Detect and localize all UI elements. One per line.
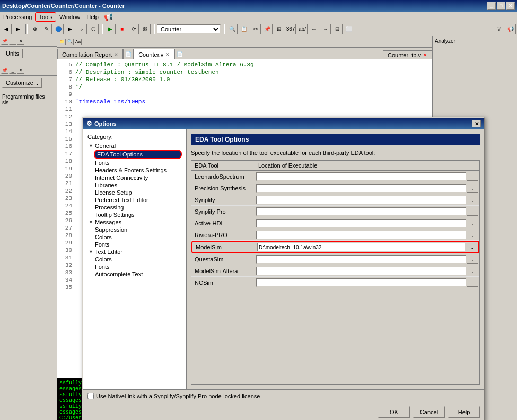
forward-button[interactable]: ▶ [13,24,23,34]
tree-colors-msg[interactable]: Colors [94,233,182,241]
browse-activehdl[interactable]: ... [467,219,478,228]
minimize-button[interactable]: _ [487,2,496,10]
loc-input-ncsim[interactable] [256,278,466,287]
browse-precision[interactable]: ... [467,184,478,192]
editor-tb-btn-3[interactable]: Aa [74,39,82,45]
loc-input-riviera[interactable] [256,231,466,239]
toolbar-run-btn[interactable]: ▶ [105,24,116,34]
toolbar-icon-21[interactable]: 📢 [505,24,516,34]
loc-precision: ... [255,183,479,194]
browse-modelsim-altera[interactable]: ... [467,267,478,275]
toolbar-icon-8[interactable]: ⛓ [140,24,151,34]
close-button[interactable]: ✕ [506,2,515,10]
tab-compilation-report[interactable]: Compilation Report ✕ [57,49,123,59]
loc-input-modelsim[interactable] [257,243,465,251]
tree-messages[interactable]: ▼ Messages [87,218,182,226]
toolbar-icon-10[interactable]: 📋 [239,24,249,34]
loc-input-modelsim-altera[interactable] [256,267,466,275]
tab-compilation-close[interactable]: ✕ [114,52,118,57]
toolbar-icon-18[interactable]: ⊟ [332,24,343,34]
tree-fonts[interactable]: Fonts [94,159,182,167]
loc-input-activehdl[interactable] [256,219,466,228]
toolbar-icon-16[interactable]: ← [309,24,319,34]
tree-preferred-text-editor[interactable]: Preferred Text Editor [94,196,182,204]
toolbar-icon-17[interactable]: → [320,24,331,34]
eda-row-riviera: Riviera-PRO ... [191,229,479,241]
menu-window[interactable]: Window [56,13,83,21]
menu-tools[interactable]: Tools [35,12,56,22]
toolbar-icon-15[interactable]: ab/ [297,24,308,34]
maximize-button[interactable]: □ [497,2,505,10]
toolbar-icon-4[interactable]: ▶ [65,24,75,34]
toolbar-icon-9[interactable]: 🔍 [227,24,238,34]
toolbar-icon-3[interactable]: 🔵 [53,24,64,34]
help-button[interactable]: Help [448,406,480,418]
tree-processing[interactable]: Processing [94,204,182,211]
units-button[interactable]: Units [2,49,23,58]
tab-counter-v[interactable]: Counter.v ✕ [134,49,174,59]
tab-icon-1[interactable]: 📄 [123,49,134,59]
tree-autocomplete-text[interactable]: Autocomplete Text [94,270,182,278]
tree-general[interactable]: ▼ General [87,142,182,150]
tree-fonts-msg[interactable]: Fonts [94,241,182,248]
browse-leonardo[interactable]: ... [467,172,478,181]
browse-modelsim[interactable]: ... [466,243,477,251]
panel-minimize-btn[interactable]: _ [9,38,16,45]
loc-input-leonardo[interactable] [256,172,466,181]
browse-ncsim[interactable]: ... [467,278,478,287]
loc-input-precision[interactable] [256,184,466,192]
toolbar-separator-3 [153,24,155,34]
toolbar-stop-btn[interactable]: ■ [117,24,127,34]
tree-libraries[interactable]: Libraries [94,181,182,189]
tab-counter-tb-v-close[interactable]: ✕ [423,52,427,58]
loc-input-synplify[interactable] [256,196,466,204]
tab-icon-2[interactable]: 📄 [174,49,185,59]
panel-minimize-btn-2[interactable]: _ [9,67,16,74]
toolbar-icon-1[interactable]: ⊕ [30,24,40,34]
nativelink-checkbox[interactable] [87,393,94,399]
tab-counter-tb-v[interactable]: Counter_tb.v ✕ [383,50,432,59]
browse-riviera[interactable]: ... [467,231,478,239]
panel-close-btn[interactable]: ✕ [17,38,24,45]
browse-synplify[interactable]: ... [467,196,478,204]
cancel-button[interactable]: Cancel [413,406,445,418]
tree-colors-te[interactable]: Colors [94,256,182,263]
tree-text-editor[interactable]: ▼ Text Editor [87,248,182,256]
toolbar-icon-13[interactable]: ⊞ [274,24,284,34]
back-button[interactable]: ◀ [1,24,12,34]
dialog-close-button[interactable]: ✕ [472,120,481,127]
editor-tb-btn-2[interactable]: 🔍 [66,39,74,45]
toolbar-icon-20[interactable]: ? [494,24,504,34]
dialog-icon: ⚙ [86,120,92,127]
menu-processing[interactable]: Processing [0,13,35,21]
tree-eda-tool-options[interactable]: EDA Tool Options [94,150,182,159]
panel-pin-btn[interactable]: 📌 [1,38,8,45]
toolbar-icon-2[interactable]: ✎ [41,24,52,34]
menu-help[interactable]: Help [83,13,102,21]
toolbar-icon-7[interactable]: ⟳ [128,24,139,34]
tree-fonts-te[interactable]: Fonts [94,263,182,270]
tree-license-setup[interactable]: License Setup [94,189,182,196]
loc-input-questasim[interactable] [256,255,466,264]
tree-internet-connectivity[interactable]: Internet Connectivity [94,174,182,181]
toolbar-icon-6[interactable]: ⬡ [88,24,99,34]
tree-expand-text-editor: ▼ [89,249,95,255]
tree-tooltip-settings[interactable]: Tooltip Settings [94,211,182,218]
browse-questasim[interactable]: ... [467,255,478,264]
panel-pin-btn-2[interactable]: 📌 [1,67,8,74]
tab-counter-v-close[interactable]: ✕ [165,52,170,57]
toolbar-icon-12[interactable]: 📌 [262,24,273,34]
tree-headers-footers[interactable]: Headers & Footers Settings [94,167,182,174]
loc-input-synplify-pro[interactable] [256,207,466,216]
toolbar-icon-14[interactable]: 367 [285,24,296,34]
editor-tb-btn-1[interactable]: 📁 [58,39,66,45]
tree-suppression[interactable]: Suppression [94,226,182,233]
ok-button[interactable]: OK [378,406,410,418]
toolbar-icon-5[interactable]: ⬦ [76,24,87,34]
project-dropdown[interactable]: Counter [157,24,221,34]
toolbar-icon-19[interactable]: ⬜ [344,24,354,34]
toolbar-icon-11[interactable]: ✂ [250,24,261,34]
browse-synplify-pro[interactable]: ... [467,207,478,216]
customize-button[interactable]: Customize... [2,78,42,88]
panel-close-btn-2[interactable]: ✕ [17,67,24,74]
